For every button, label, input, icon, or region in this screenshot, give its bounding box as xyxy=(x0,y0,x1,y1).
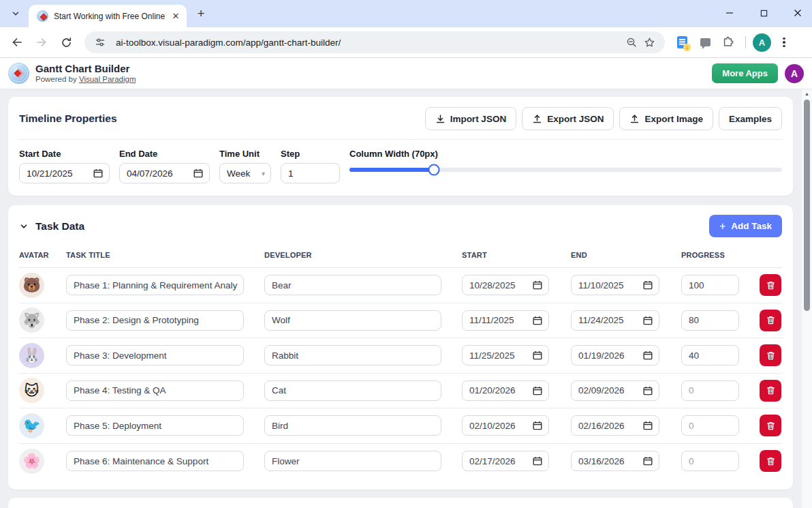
bookmark-star-icon[interactable] xyxy=(640,33,658,51)
delete-task-button[interactable] xyxy=(760,415,781,436)
delete-task-button[interactable] xyxy=(760,310,781,331)
export-image-button[interactable]: Export Image xyxy=(619,107,713,130)
calendar-icon[interactable] xyxy=(643,350,653,360)
browser-window: Start Working with Free Online ✕ + xyxy=(0,0,812,508)
maximize-icon[interactable] xyxy=(756,5,771,20)
slider-fill xyxy=(349,168,434,172)
progress-input[interactable] xyxy=(682,421,738,431)
calendar-icon[interactable] xyxy=(533,316,542,325)
app-user-avatar[interactable]: A xyxy=(785,64,804,83)
delete-task-button[interactable] xyxy=(760,450,781,472)
tab-close-icon[interactable]: ✕ xyxy=(170,11,181,22)
docs-extension-icon[interactable]: ↓ xyxy=(672,32,692,53)
trash-icon xyxy=(766,315,776,325)
developer-input[interactable] xyxy=(265,456,441,466)
time-unit-select[interactable]: Week ▾ xyxy=(219,163,271,183)
extensions-puzzle-icon[interactable] xyxy=(718,32,738,53)
wolf-avatar: 🐺 xyxy=(19,308,44,333)
task-start-input[interactable] xyxy=(463,280,533,290)
minimize-icon[interactable] xyxy=(722,5,737,20)
calendar-icon[interactable] xyxy=(533,456,542,466)
task-table-header: AVATAR TASK TITLE DEVELOPER START END PR… xyxy=(19,245,782,268)
progress-input[interactable] xyxy=(682,456,738,466)
progress-input[interactable] xyxy=(682,280,738,290)
forward-icon[interactable] xyxy=(31,32,52,53)
developer-input[interactable] xyxy=(265,280,441,290)
calendar-icon[interactable] xyxy=(643,421,653,430)
task-start-input[interactable] xyxy=(463,385,533,395)
developer-input[interactable] xyxy=(265,350,441,361)
task-start-input[interactable] xyxy=(463,315,533,325)
close-window-icon[interactable] xyxy=(790,5,805,20)
calendar-icon[interactable] xyxy=(93,168,103,178)
import-json-button[interactable]: Import JSON xyxy=(425,107,517,130)
calendar-icon[interactable] xyxy=(533,386,542,395)
delete-task-button[interactable] xyxy=(760,344,781,366)
progress-input[interactable] xyxy=(682,350,738,361)
start-date-input[interactable] xyxy=(20,168,93,179)
step-input[interactable] xyxy=(281,168,339,179)
browser-profile-avatar[interactable]: A xyxy=(753,33,771,52)
calendar-icon[interactable] xyxy=(533,280,542,290)
scrollbar-up-arrow-icon[interactable]: ▲ xyxy=(802,91,812,96)
browser-tab[interactable]: Start Working with Free Online ✕ xyxy=(29,5,187,27)
delete-task-button[interactable] xyxy=(760,274,781,296)
progress-input[interactable] xyxy=(682,385,738,395)
task-title-input[interactable] xyxy=(67,315,243,325)
task-title-input[interactable] xyxy=(67,280,243,290)
trash-icon xyxy=(766,350,776,361)
rabbit-avatar: 🐰 xyxy=(19,343,44,368)
task-end-input[interactable] xyxy=(572,385,643,395)
task-title-input[interactable] xyxy=(67,350,243,361)
calendar-icon[interactable] xyxy=(533,350,542,360)
developer-input[interactable] xyxy=(265,315,441,325)
url-text[interactable]: ai-toolbox.visual-paradigm.com/app/gantt… xyxy=(116,38,623,48)
calendar-icon[interactable] xyxy=(643,386,653,395)
new-tab-button[interactable]: + xyxy=(192,5,210,23)
task-start-input[interactable] xyxy=(463,350,533,361)
zoom-out-icon[interactable] xyxy=(623,33,640,51)
calendar-icon[interactable] xyxy=(193,168,203,178)
task-title-input[interactable] xyxy=(67,421,243,431)
column-width-slider[interactable] xyxy=(349,168,782,172)
delete-task-button[interactable] xyxy=(760,380,781,402)
more-apps-button[interactable]: More Apps xyxy=(712,63,778,83)
scrollbar-thumb[interactable] xyxy=(804,100,810,311)
reload-icon[interactable] xyxy=(56,32,76,53)
col-end: END xyxy=(571,251,681,259)
task-start-input[interactable] xyxy=(463,421,533,431)
end-date-input[interactable] xyxy=(120,168,193,179)
examples-button[interactable]: Examples xyxy=(719,107,782,130)
task-row: 🐻 xyxy=(19,268,782,303)
back-icon[interactable] xyxy=(7,32,27,53)
comment-icon[interactable] xyxy=(695,32,715,53)
slider-thumb[interactable] xyxy=(428,164,439,176)
developer-input[interactable] xyxy=(265,421,441,431)
address-bar[interactable]: ai-toolbox.visual-paradigm.com/app/gantt… xyxy=(84,31,665,53)
task-end-input[interactable] xyxy=(572,315,643,325)
developer-input[interactable] xyxy=(265,385,441,395)
browser-menu-kebab-icon[interactable] xyxy=(774,32,794,53)
add-task-button[interactable]: + Add Task xyxy=(709,215,782,237)
calendar-icon[interactable] xyxy=(643,456,653,466)
calendar-icon[interactable] xyxy=(533,421,542,430)
export-json-button[interactable]: Export JSON xyxy=(522,107,614,130)
timeline-properties-card: Timeline Properties Import JSON Export J… xyxy=(8,97,793,196)
site-settings-tune-icon[interactable] xyxy=(91,33,109,51)
task-end-input[interactable] xyxy=(572,421,643,431)
task-end-input[interactable] xyxy=(572,280,643,290)
task-end-input[interactable] xyxy=(572,456,643,466)
collapse-chevron-icon[interactable] xyxy=(19,222,29,231)
progress-input[interactable] xyxy=(682,315,738,325)
visual-paradigm-link[interactable]: Visual Paradigm xyxy=(79,75,136,83)
calendar-icon[interactable] xyxy=(643,316,653,325)
calendar-icon[interactable] xyxy=(643,280,653,290)
step-field: Step xyxy=(281,149,340,183)
page-scrollbar[interactable]: ▲ xyxy=(802,89,812,508)
task-title-input[interactable] xyxy=(67,456,243,466)
task-start-input[interactable] xyxy=(463,456,533,466)
tab-search-chevron-icon[interactable] xyxy=(7,5,25,23)
col-developer: DEVELOPER xyxy=(264,251,462,259)
task-end-input[interactable] xyxy=(572,350,643,361)
task-title-input[interactable] xyxy=(67,385,243,395)
